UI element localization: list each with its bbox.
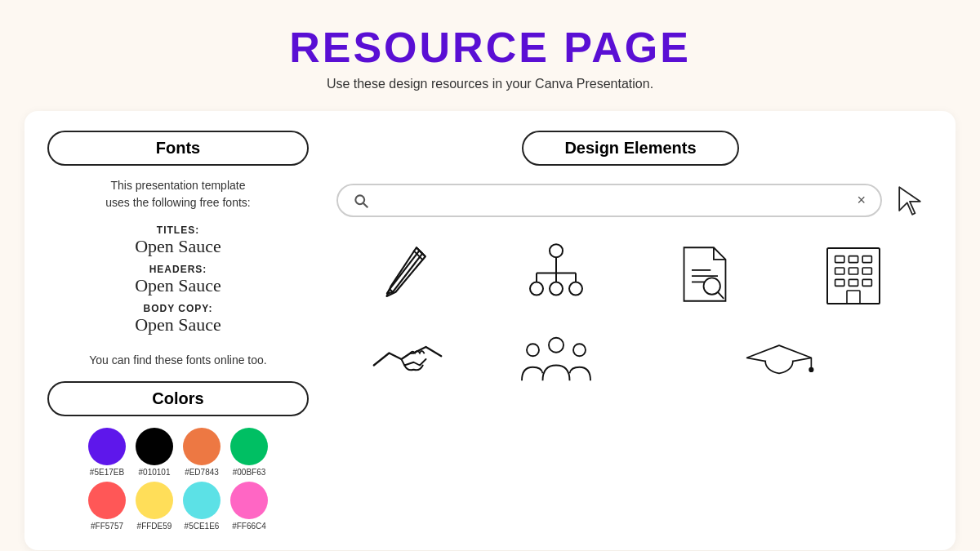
svg-marker-2 [899, 187, 920, 215]
design-elements-label: Design Elements [522, 131, 738, 166]
page-header: RESOURCE PAGE Use these design resources… [289, 0, 691, 100]
building-icon [817, 242, 890, 307]
color-hex-cyan: #5CE1E6 [185, 522, 220, 531]
font-row-headers: HEADERS: Open Sauce [135, 264, 221, 296]
color-item-black: #010101 [136, 428, 173, 477]
svg-point-14 [530, 282, 543, 295]
team-icon-cell [485, 320, 627, 398]
svg-point-40 [809, 368, 813, 372]
color-item-cyan: #5CE1E6 [183, 482, 220, 531]
font-label-titles: TITLES: [135, 224, 221, 236]
color-hex-purple: #5E17EB [90, 468, 124, 477]
color-hex-green: #00BF63 [233, 468, 266, 477]
color-hex-black: #010101 [139, 468, 171, 477]
hierarchy-icon-cell [485, 235, 627, 313]
font-row-titles: TITLES: Open Sauce [135, 224, 221, 257]
right-panel: Design Elements × [328, 131, 933, 531]
font-name-titles: Open Sauce [135, 236, 221, 257]
svg-point-18 [569, 282, 582, 295]
svg-point-36 [527, 344, 539, 356]
color-swatch-orange [183, 428, 220, 465]
fonts-description: This presentation templateuses the follo… [105, 177, 250, 211]
search-box[interactable]: × [336, 184, 882, 217]
hierarchy-icon [519, 242, 593, 307]
graduation-icon-cell [634, 320, 924, 398]
page-title: RESOURCE PAGE [289, 23, 691, 72]
svg-point-35 [549, 338, 564, 353]
font-row-body: BODY COPY: Open Sauce [135, 303, 221, 335]
color-swatch-purple [88, 428, 126, 465]
color-item-green: #00BF63 [230, 428, 268, 477]
color-hex-orange: #ED7843 [185, 468, 219, 477]
color-swatch-yellow [136, 482, 173, 519]
search-input[interactable] [377, 193, 850, 208]
icons-grid [328, 235, 933, 398]
color-hex-pink: #FF66C4 [232, 522, 266, 531]
building-icon-cell [782, 235, 924, 313]
search-clear-button[interactable]: × [857, 192, 866, 209]
svg-point-10 [550, 244, 563, 257]
font-find: You can find these fonts online too. [89, 353, 266, 367]
handshake-icon [371, 327, 444, 392]
document-search-icon [668, 242, 742, 307]
left-panel: Fonts This presentation templateuses the… [47, 131, 309, 531]
svg-point-16 [550, 282, 563, 295]
search-row: × [328, 184, 933, 217]
font-name-headers: Open Sauce [135, 275, 221, 296]
color-hex-yellow: #FFDE59 [137, 522, 172, 531]
color-item-purple: #5E17EB [88, 428, 126, 477]
fonts-label: Fonts [47, 131, 309, 166]
document-search-icon-cell [634, 235, 776, 313]
svg-line-1 [363, 202, 368, 207]
pencil-icon-cell [336, 235, 479, 313]
colors-label: Colors [47, 381, 309, 416]
color-swatch-black [136, 428, 173, 465]
color-hex-red: #FF5757 [91, 522, 123, 531]
color-row-1: #5E17EB #010101 #ED7843 #00BF63 [88, 428, 268, 477]
color-item-yellow: #FFDE59 [136, 482, 173, 531]
svg-point-37 [573, 344, 586, 356]
handshake-icon-cell [336, 320, 479, 398]
pencil-icon [371, 242, 444, 307]
team-icon [519, 327, 593, 392]
color-swatch-red [88, 482, 126, 519]
font-name-body: Open Sauce [135, 314, 221, 335]
colors-grid: #5E17EB #010101 #ED7843 #00BF63 [47, 428, 309, 531]
color-swatch-pink [230, 482, 268, 519]
graduation-icon [742, 327, 816, 392]
cursor-icon [895, 184, 924, 217]
font-label-headers: HEADERS: [135, 264, 221, 275]
colors-section: Colors #5E17EB #010101 #ED7843 [47, 381, 309, 531]
search-icon [353, 193, 369, 209]
svg-point-22 [704, 278, 720, 294]
color-row-2: #FF5757 #FFDE59 #5CE1E6 #FF66C4 [88, 482, 268, 531]
color-item-orange: #ED7843 [183, 428, 220, 477]
color-item-red: #FF5757 [88, 482, 126, 531]
color-swatch-cyan [183, 482, 220, 519]
color-item-pink: #FF66C4 [230, 482, 268, 531]
svg-line-4 [393, 254, 422, 292]
page-subtitle: Use these design resources in your Canva… [289, 77, 691, 91]
font-label-body: BODY COPY: [135, 303, 221, 314]
color-swatch-green [230, 428, 268, 465]
svg-point-0 [355, 195, 364, 204]
main-card: Fonts This presentation templateuses the… [24, 111, 956, 550]
